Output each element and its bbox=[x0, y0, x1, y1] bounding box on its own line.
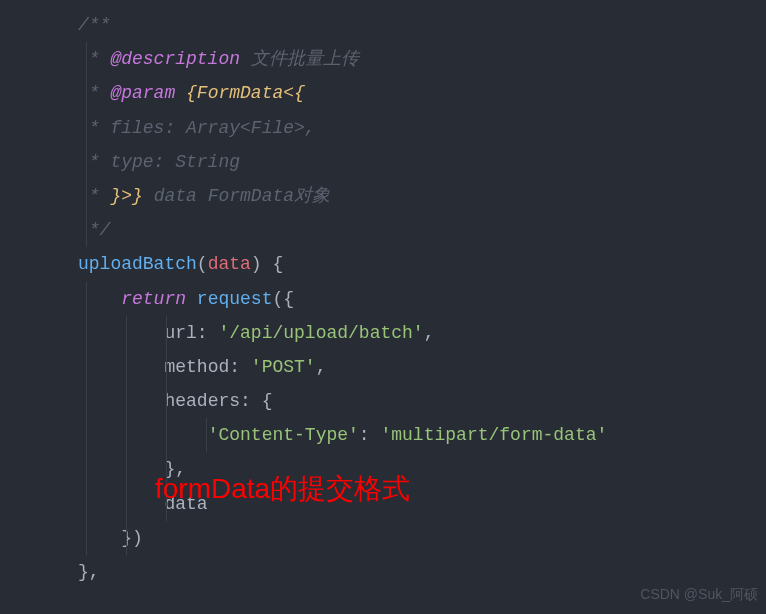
jsdoc-param-tag: @param bbox=[110, 83, 175, 103]
jsdoc-type: {FormData<{ bbox=[186, 83, 305, 103]
code-line: * }>} data FormData对象 bbox=[0, 179, 766, 213]
comment-open: /** bbox=[78, 15, 110, 35]
code-line: return request({ bbox=[0, 282, 766, 316]
code-line: * type: String bbox=[0, 145, 766, 179]
code-line: }) bbox=[0, 521, 766, 555]
jsdoc-files-line: files: Array<File>, bbox=[110, 118, 315, 138]
content-type-key: 'Content-Type' bbox=[208, 425, 359, 445]
code-line: * files: Array<File>, bbox=[0, 111, 766, 145]
request-call: request bbox=[197, 289, 273, 309]
jsdoc-param-desc: FormData对象 bbox=[208, 186, 330, 206]
url-key: url bbox=[164, 323, 196, 343]
code-line: url: '/api/upload/batch', bbox=[0, 316, 766, 350]
return-keyword: return bbox=[121, 289, 186, 309]
method-key: method bbox=[164, 357, 229, 377]
headers-key: headers bbox=[164, 391, 240, 411]
comment-close: */ bbox=[78, 220, 110, 240]
red-annotation: formData的提交格式 bbox=[155, 462, 410, 515]
content-type-value: 'multipart/form-data' bbox=[380, 425, 607, 445]
code-line: * @param {FormData<{ bbox=[0, 76, 766, 110]
code-line: * @description 文件批量上传 bbox=[0, 42, 766, 76]
watermark: CSDN @Suk_阿硕 bbox=[640, 581, 758, 608]
method-value: 'POST' bbox=[251, 357, 316, 377]
code-line: 'Content-Type': 'multipart/form-data' bbox=[0, 418, 766, 452]
code-line: uploadBatch(data) { bbox=[0, 247, 766, 281]
jsdoc-param-name: data bbox=[154, 186, 197, 206]
function-param: data bbox=[208, 254, 251, 274]
code-line: method: 'POST', bbox=[0, 350, 766, 384]
jsdoc-description-tag: @description bbox=[110, 49, 240, 69]
code-line: headers: { bbox=[0, 384, 766, 418]
jsdoc-description-text: 文件批量上传 bbox=[251, 49, 359, 69]
jsdoc-close-type: }>} bbox=[110, 186, 142, 206]
function-name: uploadBatch bbox=[78, 254, 197, 274]
jsdoc-type-line: type: String bbox=[110, 152, 240, 172]
url-value: '/api/upload/batch' bbox=[218, 323, 423, 343]
code-line: */ bbox=[0, 213, 766, 247]
code-line: /** bbox=[0, 8, 766, 42]
